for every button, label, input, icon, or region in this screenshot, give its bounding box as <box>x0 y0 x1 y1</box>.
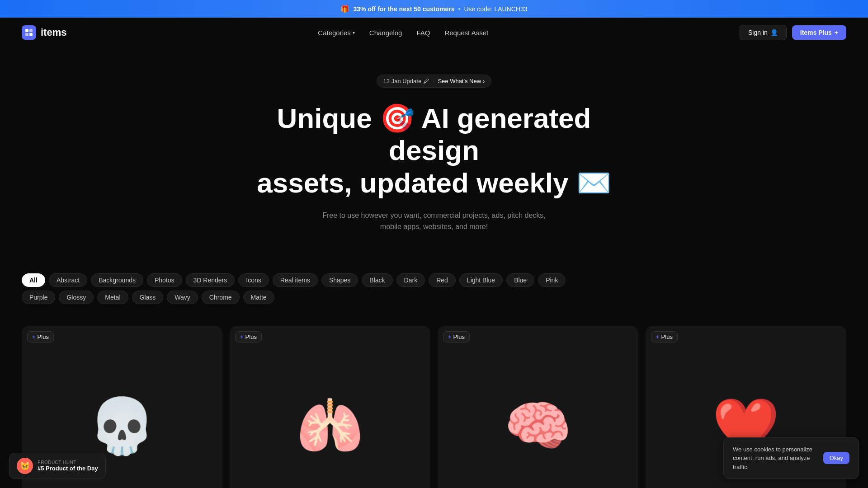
nav-links: Categories ▾ Changelog FAQ Request Asset <box>318 29 488 37</box>
svg-rect-2 <box>25 33 28 36</box>
nav-changelog[interactable]: Changelog <box>369 29 402 37</box>
plus-badge: + Plus <box>443 331 470 343</box>
filter-tag-3d-renders[interactable]: 3D Renders <box>186 273 235 287</box>
hero-section: 13 Jan Update 🖊 · See What's New › Uniqu… <box>0 47 868 273</box>
items-plus-button[interactable]: Items Plus + <box>792 25 846 40</box>
sign-in-button[interactable]: Sign in 👤 <box>740 25 787 40</box>
filter-section: AllAbstractBackgroundsPhotos3D RendersIc… <box>0 273 868 319</box>
logo-icon <box>22 25 36 40</box>
filter-tag-abstract[interactable]: Abstract <box>49 273 87 287</box>
logo[interactable]: items <box>22 25 66 40</box>
product-hunt-badge[interactable]: 🐱 Product Hunt #5 Product of the Day <box>9 453 106 479</box>
see-whats-new[interactable]: See What's New › <box>438 78 485 84</box>
filter-tag-chrome[interactable]: Chrome <box>202 291 240 304</box>
svg-rect-3 <box>29 33 33 36</box>
banner-promo-text: 33% off for the next 50 customers <box>353 5 454 13</box>
update-badge[interactable]: 13 Jan Update 🖊 · See What's New › <box>377 75 492 88</box>
filter-tag-all[interactable]: All <box>22 273 45 287</box>
product-hunt-logo: 🐱 <box>17 458 33 474</box>
filter-tag-red[interactable]: Red <box>429 273 456 287</box>
badge-separator: · <box>433 78 434 84</box>
filter-tag-glass[interactable]: Glass <box>132 291 164 304</box>
chevron-down-icon: ▾ <box>353 30 355 35</box>
hero-subtitle: Free to use however you want, commercial… <box>321 210 547 233</box>
filter-tag-pink[interactable]: Pink <box>538 273 566 287</box>
logo-text: items <box>41 27 66 38</box>
nav-faq[interactable]: FAQ <box>416 29 430 37</box>
gift-icon: 🎁 <box>340 5 349 13</box>
cookie-okay-button[interactable]: Okay <box>823 452 849 464</box>
filter-tag-real-items[interactable]: Real items <box>273 273 318 287</box>
ph-label-top: Product Hunt <box>38 460 98 465</box>
filter-tag-glossy[interactable]: Glossy <box>59 291 94 304</box>
top-banner: 🎁 33% off for the next 50 customers • Us… <box>0 0 868 18</box>
product-card-2[interactable]: + Plus🧠 <box>438 326 638 488</box>
filter-tag-light-blue[interactable]: Light Blue <box>459 273 503 287</box>
plus-icon: + <box>835 29 838 36</box>
cookie-banner: We use cookies to personalize content, r… <box>723 437 859 479</box>
navbar: items Categories ▾ Changelog FAQ Request… <box>0 18 868 47</box>
filter-tag-purple[interactable]: Purple <box>22 291 55 304</box>
product-card-1[interactable]: + Plus🫁 <box>230 326 430 488</box>
update-text: 13 Jan Update 🖊 <box>383 78 429 84</box>
banner-code: Use code: LAUNCH33 <box>464 5 527 13</box>
filter-tag-shapes[interactable]: Shapes <box>321 273 358 287</box>
nav-request-asset[interactable]: Request Asset <box>444 29 488 37</box>
plus-icon: + <box>32 333 36 340</box>
banner-dot: • <box>458 5 461 13</box>
filter-tag-wavy[interactable]: Wavy <box>167 291 198 304</box>
filter-tag-icons[interactable]: Icons <box>238 273 269 287</box>
hero-title: Unique 🎯 AI generated design assets, upd… <box>253 102 615 199</box>
svg-rect-1 <box>29 29 33 32</box>
filter-tag-photos[interactable]: Photos <box>147 273 182 287</box>
cookie-text: We use cookies to personalize content, r… <box>733 445 818 472</box>
filter-tag-dark[interactable]: Dark <box>396 273 425 287</box>
nav-categories[interactable]: Categories ▾ <box>318 29 355 37</box>
plus-badge: + Plus <box>27 331 54 343</box>
plus-badge: + Plus <box>651 331 678 343</box>
product-image-2: 🧠 <box>463 351 613 488</box>
plus-badge: + Plus <box>235 331 262 343</box>
products-grid: + Plus💀+ Plus🫁+ Plus🧠+ Plus❤️ <box>22 326 846 488</box>
ph-label-bottom: #5 Product of the Day <box>38 465 98 472</box>
filter-row-1: AllAbstractBackgroundsPhotos3D RendersIc… <box>22 273 846 287</box>
plus-icon: + <box>656 333 660 340</box>
ph-text: Product Hunt #5 Product of the Day <box>38 460 98 472</box>
product-image-1: 🫁 <box>255 351 406 488</box>
filter-tag-backgrounds[interactable]: Backgrounds <box>91 273 143 287</box>
nav-actions: Sign in 👤 Items Plus + <box>740 25 846 40</box>
filter-tag-black[interactable]: Black <box>362 273 392 287</box>
user-icon: 👤 <box>770 29 778 36</box>
svg-rect-0 <box>25 29 28 32</box>
chevron-right-icon: › <box>483 78 485 84</box>
filter-row-2: PurpleGlossyMetalGlassWavyChromeMatte <box>22 291 846 304</box>
plus-icon: + <box>448 333 452 340</box>
filter-tag-metal[interactable]: Metal <box>97 291 128 304</box>
plus-icon: + <box>240 333 244 340</box>
filter-tag-matte[interactable]: Matte <box>243 291 274 304</box>
filter-tag-blue[interactable]: Blue <box>506 273 534 287</box>
